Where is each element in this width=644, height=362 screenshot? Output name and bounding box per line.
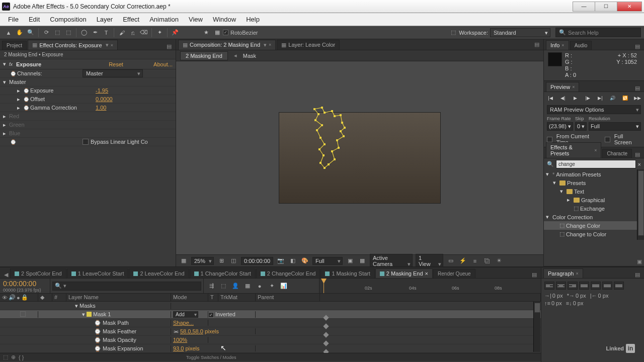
justify-all-button[interactable]: [614, 282, 624, 290]
justify-center-button[interactable]: [591, 282, 601, 290]
eye-icon[interactable]: 👁: [2, 295, 8, 301]
viewer-timecode[interactable]: 0:00:00:00: [241, 257, 273, 265]
views-dropdown[interactable]: 1 View: [416, 254, 443, 268]
menu-composition[interactable]: Composition: [45, 14, 91, 25]
time-ruler[interactable]: 02s 04s 06s 08s: [319, 279, 541, 293]
menu-window[interactable]: Window: [208, 14, 241, 25]
panel-menu-icon[interactable]: ▤: [633, 151, 642, 158]
mask-path-value[interactable]: Shape...: [173, 320, 194, 326]
timeline-tab[interactable]: 2 SpotColor End: [10, 268, 66, 278]
timeline-tab-active[interactable]: 2 Masking End×: [375, 268, 433, 278]
timeline-icon[interactable]: ≡: [470, 257, 479, 265]
align-center-button[interactable]: [556, 282, 566, 290]
minimize-button[interactable]: —: [573, 2, 595, 12]
star-icon[interactable]: ★: [201, 28, 212, 38]
mask-mode-dropdown[interactable]: Add: [173, 311, 198, 318]
ram-options-dropdown[interactable]: RAM Preview Options: [547, 105, 641, 114]
stopwatch-icon[interactable]: ⌚: [94, 328, 101, 335]
layer-tab[interactable]: ▦Layer: Leave Color: [277, 40, 340, 50]
play-button[interactable]: ▶: [571, 94, 580, 102]
fill-icon[interactable]: ▦: [212, 28, 223, 38]
current-time-indicator[interactable]: [324, 279, 324, 293]
tree-exchange[interactable]: Exchange: [580, 206, 605, 212]
tree-change-color[interactable]: Change Color: [566, 223, 600, 229]
graph-editor-icon[interactable]: 📊: [279, 282, 288, 291]
camera-tool[interactable]: ⬚: [52, 28, 63, 38]
frame-blend-icon[interactable]: ▦: [243, 282, 252, 291]
timeline-tab[interactable]: 1 LeaveColor Start: [67, 268, 129, 278]
draft-3d-icon[interactable]: ⬚: [219, 282, 228, 291]
mask-feather-value[interactable]: 58.0,58.0: [180, 328, 203, 334]
effect-controls-tab[interactable]: ▦Effect Controls: Exposure▾×: [28, 40, 118, 50]
flowchart-icon[interactable]: ⿻: [482, 257, 492, 265]
timecode-display[interactable]: 0:00:00:00 00000 (23.976 fps): [0, 279, 50, 293]
composition-viewer[interactable]: [176, 61, 543, 254]
stopwatch-icon[interactable]: ⌚: [10, 139, 17, 145]
resolution-dropdown[interactable]: Full: [312, 257, 343, 265]
zoom-in-icon[interactable]: ⊕: [11, 354, 16, 360]
hand-tool[interactable]: ✋: [14, 28, 25, 38]
offset-value[interactable]: 0.0000: [96, 96, 113, 102]
panel-menu-icon[interactable]: ▤: [165, 43, 174, 50]
stopwatch-icon[interactable]: ⌚: [23, 88, 30, 94]
mask-1[interactable]: Mask 1: [93, 311, 111, 317]
panel-menu-icon[interactable]: ▤: [633, 272, 642, 278]
ram-preview-button[interactable]: ▶▶: [633, 94, 642, 102]
menu-edit[interactable]: Edit: [24, 14, 45, 25]
brainstorm-icon[interactable]: ✦: [267, 282, 276, 291]
from-current-checkbox[interactable]: [547, 137, 552, 142]
grid-icon[interactable]: ▦: [179, 257, 188, 265]
zoom-dropdown[interactable]: 25%: [191, 257, 214, 265]
stopwatch-icon[interactable]: ⌚: [10, 71, 17, 76]
close-button[interactable]: ✕: [617, 2, 642, 12]
type-tool[interactable]: T: [101, 28, 112, 38]
timeline-tab[interactable]: 2 LeaveColor End: [129, 268, 189, 278]
menu-file[interactable]: File: [3, 14, 24, 25]
exposure-value[interactable]: -1.95: [96, 87, 108, 94]
comp-crumb-1[interactable]: 2 Masking End: [180, 51, 228, 60]
panel-menu-icon[interactable]: ▤: [530, 272, 539, 278]
speaker-icon[interactable]: 🔊: [9, 294, 16, 301]
mask-shape-overlay[interactable]: [309, 105, 355, 173]
stopwatch-icon[interactable]: ⌚: [94, 337, 101, 343]
last-frame-button[interactable]: ▶|: [596, 94, 605, 102]
paragraph-tab[interactable]: Paragraph×: [543, 268, 583, 278]
maximize-button[interactable]: ☐: [595, 2, 617, 12]
indent-left-value[interactable]: 0 px: [552, 293, 563, 299]
panel-menu-icon[interactable]: ▤: [633, 85, 642, 92]
justify-right-button[interactable]: [602, 282, 612, 290]
align-left-button[interactable]: [544, 282, 554, 290]
framerate-input[interactable]: (23.98) ▾: [547, 122, 573, 131]
justify-left-button[interactable]: [579, 282, 589, 290]
menu-layer[interactable]: Layer: [92, 14, 118, 25]
puppet-tool[interactable]: 📌: [170, 28, 181, 38]
toggle-switches-modes[interactable]: Toggle Switches / Modes: [186, 355, 236, 360]
channels-dropdown[interactable]: Master: [83, 69, 143, 77]
menu-help[interactable]: Help: [241, 14, 265, 25]
panel-menu-icon[interactable]: ▤: [633, 43, 642, 50]
stopwatch-icon[interactable]: ⌚: [94, 345, 101, 352]
composition-tab[interactable]: ▦Composition: 2 Masking End▾×: [178, 40, 276, 50]
tree-text[interactable]: Text: [574, 189, 584, 195]
prev-frame-button[interactable]: ◀|: [558, 94, 568, 102]
comp-crumb-2[interactable]: Mask: [243, 53, 256, 59]
clone-tool[interactable]: ⎌: [127, 28, 138, 38]
motion-blur-icon[interactable]: ●: [255, 282, 264, 291]
camera-dropdown[interactable]: Active Camera: [370, 254, 413, 268]
safe-zones-icon[interactable]: ⊞: [217, 257, 226, 265]
character-tab[interactable]: Characte: [602, 149, 632, 158]
fx-icon[interactable]: fx: [9, 62, 16, 67]
transparency-icon[interactable]: ▦: [358, 257, 367, 265]
clear-search-icon[interactable]: ×: [638, 161, 641, 167]
fullscreen-checkbox[interactable]: [605, 137, 610, 142]
mask-opacity-value[interactable]: 100%: [173, 337, 187, 343]
tree-change-to-color[interactable]: Change to Color: [566, 231, 606, 237]
timeline-tab[interactable]: 1 Masking Start: [320, 268, 374, 278]
inverted-checkbox[interactable]: ✓: [208, 312, 214, 318]
panel-menu-icon[interactable]: ▤: [532, 41, 541, 48]
snap-icon[interactable]: ⬚: [448, 28, 459, 38]
shape-tool[interactable]: ◯: [78, 28, 90, 38]
indent-first-value[interactable]: 0 px: [576, 293, 586, 299]
audio-tab[interactable]: Audio: [570, 41, 592, 50]
timeline-search[interactable]: 🔍 ▾: [52, 282, 201, 291]
